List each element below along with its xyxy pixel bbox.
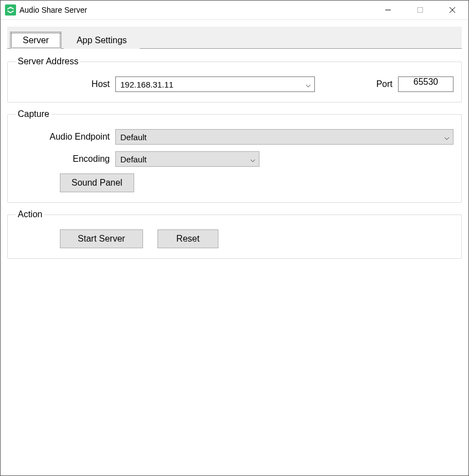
host-label: Host bbox=[16, 79, 115, 89]
client-area: Server App Settings Server Address Host … bbox=[1, 20, 468, 475]
host-combobox[interactable]: 192.168.31.11 bbox=[115, 76, 315, 92]
endpoint-combobox[interactable]: Default bbox=[115, 129, 453, 145]
encoding-value: Default bbox=[120, 155, 147, 164]
endpoint-label: Audio Endpoint bbox=[16, 132, 115, 142]
app-window: Audio Share Server Server App Settings S… bbox=[0, 0, 469, 476]
port-label: Port bbox=[365, 79, 398, 89]
tab-server[interactable]: Server bbox=[10, 32, 62, 49]
host-value: 192.168.31.11 bbox=[120, 80, 174, 89]
chevron-down-icon bbox=[305, 80, 311, 89]
window-title: Audio Share Server bbox=[19, 6, 87, 14]
start-server-button[interactable]: Start Server bbox=[60, 229, 143, 248]
group-server-address: Server Address Host 192.168.31.11 Port 6… bbox=[7, 57, 462, 103]
maximize-button bbox=[404, 1, 436, 20]
chevron-down-icon bbox=[250, 155, 256, 164]
encoding-combobox[interactable]: Default bbox=[115, 151, 259, 167]
group-capture: Capture Audio Endpoint Default Encoding bbox=[7, 109, 462, 203]
minimize-button[interactable] bbox=[372, 1, 404, 20]
close-button[interactable] bbox=[436, 1, 468, 20]
tab-strip: Server App Settings bbox=[7, 27, 462, 49]
encoding-label: Encoding bbox=[16, 154, 115, 164]
sound-panel-button[interactable]: Sound Panel bbox=[60, 173, 134, 192]
app-icon bbox=[5, 4, 16, 16]
legend-server-address: Server Address bbox=[16, 57, 80, 66]
tab-app-settings[interactable]: App Settings bbox=[64, 32, 140, 49]
legend-action: Action bbox=[16, 209, 44, 219]
group-action: Action Start Server Reset bbox=[7, 209, 462, 259]
endpoint-value: Default bbox=[120, 132, 147, 142]
titlebar[interactable]: Audio Share Server bbox=[1, 1, 468, 20]
reset-button[interactable]: Reset bbox=[157, 229, 218, 248]
svg-rect-1 bbox=[418, 8, 423, 13]
legend-capture: Capture bbox=[16, 109, 52, 119]
port-value: 65530 bbox=[414, 77, 439, 86]
chevron-down-icon bbox=[444, 132, 450, 142]
port-input[interactable]: 65530 bbox=[398, 76, 453, 92]
